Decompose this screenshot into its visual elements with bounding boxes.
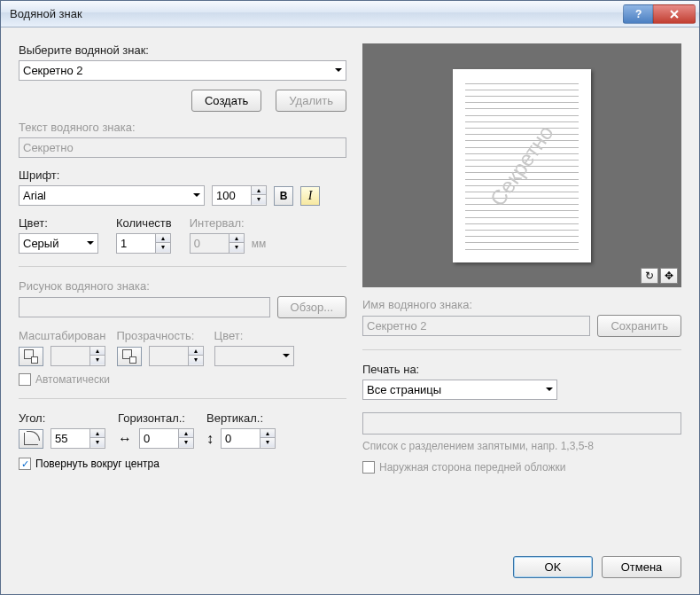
horizontal-label: Горизонтал.: — [118, 411, 194, 425]
svg-text:?: ? — [635, 9, 642, 20]
vert-arrow-icon: ↕ — [206, 431, 214, 447]
titlebar[interactable]: Водяной знак ? — [1, 1, 699, 27]
angle-label: Угол: — [19, 411, 105, 425]
help-button[interactable]: ? — [623, 4, 653, 24]
interval-spinner: ▴▾ — [190, 233, 245, 254]
fontsize-input[interactable] — [212, 185, 251, 206]
watermark-select[interactable] — [19, 60, 346, 81]
printon-label: Печать на: — [362, 363, 681, 376]
watermark-dialog: Водяной знак ? Выберите водяной знак: Со… — [0, 0, 700, 595]
browse-button: Обзор... — [277, 296, 346, 318]
interval-input — [190, 233, 229, 254]
color-label: Цвет: — [19, 216, 98, 230]
printon-select[interactable] — [362, 380, 557, 400]
bold-button[interactable]: B — [274, 186, 293, 206]
watermark-select-wrap — [19, 60, 346, 81]
scaling-label: Масштабирован — [19, 329, 106, 342]
close-button[interactable] — [653, 4, 696, 24]
window-title: Водяной знак — [10, 7, 623, 20]
cancel-button[interactable]: Отмена — [602, 556, 681, 578]
watermark-text-input — [19, 137, 346, 158]
pcolor-label: Цвет: — [214, 329, 294, 342]
opacity-label: Прозрачность: — [117, 329, 204, 342]
vertical-label: Вертикал.: — [206, 411, 276, 425]
frontcover-label: Наружная сторона передней обложки — [379, 461, 565, 474]
rotate-center-checkbox[interactable]: ✓ — [19, 458, 31, 470]
pcolor-select — [214, 346, 294, 366]
vert-input[interactable] — [221, 428, 260, 449]
opacity-icon — [117, 347, 142, 366]
rotate-center-label: Повернуть вокруг центра — [35, 458, 159, 470]
opacity-input — [149, 346, 188, 366]
color-select[interactable] — [19, 233, 98, 254]
select-watermark-label: Выберите водяной знак: — [19, 43, 346, 57]
count-input[interactable] — [116, 233, 155, 254]
scale-icon — [19, 347, 43, 366]
picture-label: Рисунок водяного знака: — [19, 279, 346, 293]
horiz-arrow-icon: ↔ — [118, 431, 132, 447]
picture-path-input — [19, 297, 270, 317]
angle-icon — [19, 429, 43, 449]
count-spinner[interactable]: ▴▾ — [116, 233, 172, 254]
create-button[interactable]: Создать — [191, 90, 261, 112]
name-input — [362, 316, 590, 336]
delete-button[interactable]: Удалить — [276, 90, 346, 112]
auto-label: Автоматически — [35, 373, 110, 386]
page-list-input — [362, 412, 681, 435]
font-select[interactable] — [19, 185, 205, 206]
italic-button[interactable]: I — [300, 186, 320, 206]
auto-checkbox — [19, 373, 31, 386]
horiz-input[interactable] — [139, 428, 178, 449]
name-label: Имя водяного знака: — [362, 298, 681, 311]
preview-page: Секретно — [453, 69, 591, 262]
interval-label: Интервал: — [190, 216, 267, 230]
font-label: Шрифт: — [19, 168, 346, 182]
move-preview-button[interactable]: ✥ — [660, 268, 678, 284]
ok-button[interactable]: OK — [513, 556, 593, 578]
mm-label: мм — [252, 238, 267, 250]
angle-input[interactable] — [51, 428, 89, 449]
page-list-hint: Список с разделением запятыми, напр. 1,3… — [362, 440, 681, 452]
scale-input — [51, 346, 89, 366]
preview-panel: Секретно ↻ ✥ — [362, 43, 681, 287]
save-button: Сохранить — [597, 315, 681, 337]
rotate-preview-button[interactable]: ↻ — [641, 268, 658, 284]
spin-up[interactable]: ▴ — [252, 186, 266, 195]
watermark-text-label: Текст водяного знака: — [19, 121, 346, 134]
count-label: Количеств — [116, 216, 172, 230]
dialog-footer: OK Отмена — [19, 551, 681, 578]
spin-down[interactable]: ▾ — [252, 195, 266, 204]
frontcover-checkbox[interactable] — [362, 461, 375, 474]
fontsize-spinner[interactable]: ▴▾ — [212, 185, 267, 206]
